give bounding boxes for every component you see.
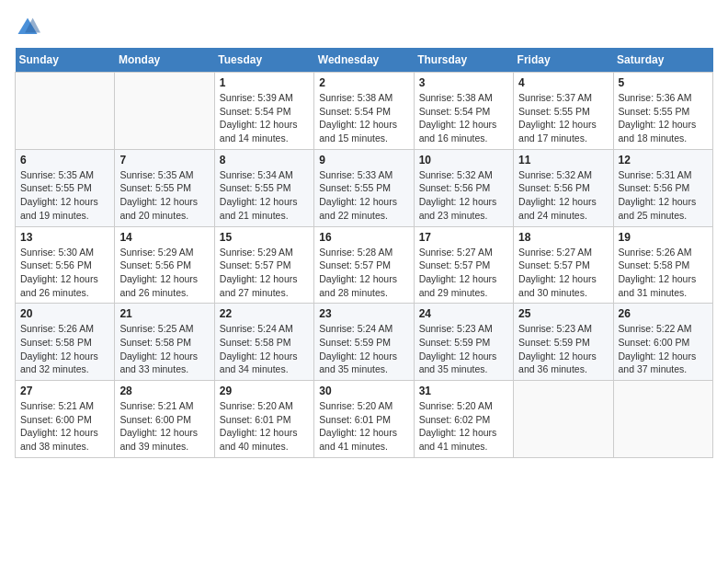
day-number: 24 <box>419 307 508 320</box>
day-info: Sunrise: 5:28 AM Sunset: 5:57 PM Dayligh… <box>319 246 408 300</box>
day-number: 6 <box>20 154 109 167</box>
day-number: 29 <box>220 385 309 397</box>
day-number: 13 <box>20 231 109 244</box>
calendar-cell <box>613 381 712 458</box>
column-header-tuesday: Tuesday <box>214 48 313 73</box>
day-number: 27 <box>20 385 109 397</box>
calendar-cell: 16Sunrise: 5:28 AM Sunset: 5:57 PM Dayli… <box>314 226 414 304</box>
day-number: 2 <box>319 76 408 89</box>
day-number: 22 <box>220 307 309 320</box>
day-info: Sunrise: 5:20 AM Sunset: 6:01 PM Dayligh… <box>220 399 309 454</box>
calendar-cell: 7Sunrise: 5:35 AM Sunset: 5:55 PM Daylig… <box>115 149 214 226</box>
day-info: Sunrise: 5:21 AM Sunset: 6:00 PM Dayligh… <box>119 399 209 454</box>
calendar-cell: 24Sunrise: 5:23 AM Sunset: 5:59 PM Dayli… <box>414 304 513 381</box>
day-number: 25 <box>518 307 608 320</box>
calendar-cell: 12Sunrise: 5:31 AM Sunset: 5:56 PM Dayli… <box>613 149 712 226</box>
calendar-week-3: 13Sunrise: 5:30 AM Sunset: 5:56 PM Dayli… <box>16 226 713 304</box>
day-number: 14 <box>119 231 209 244</box>
day-info: Sunrise: 5:35 AM Sunset: 5:55 PM Dayligh… <box>119 168 209 223</box>
column-header-wednesday: Wednesday <box>314 48 414 73</box>
day-info: Sunrise: 5:32 AM Sunset: 5:56 PM Dayligh… <box>518 168 608 223</box>
calendar-cell: 20Sunrise: 5:26 AM Sunset: 5:58 PM Dayli… <box>16 304 115 381</box>
day-number: 20 <box>20 307 109 320</box>
day-number: 12 <box>619 154 708 167</box>
day-number: 9 <box>319 154 408 167</box>
calendar-cell: 21Sunrise: 5:25 AM Sunset: 5:58 PM Dayli… <box>115 304 214 381</box>
day-number: 11 <box>518 154 608 167</box>
day-info: Sunrise: 5:27 AM Sunset: 5:57 PM Dayligh… <box>419 246 508 300</box>
day-number: 21 <box>119 307 209 320</box>
calendar-header-row: SundayMondayTuesdayWednesdayThursdayFrid… <box>16 48 713 73</box>
calendar-week-1: 1Sunrise: 5:39 AM Sunset: 5:54 PM Daylig… <box>16 73 713 150</box>
calendar-cell: 15Sunrise: 5:29 AM Sunset: 5:57 PM Dayli… <box>214 226 313 304</box>
calendar-cell: 19Sunrise: 5:26 AM Sunset: 5:58 PM Dayli… <box>613 226 712 304</box>
day-info: Sunrise: 5:27 AM Sunset: 5:57 PM Dayligh… <box>518 246 608 300</box>
calendar-cell: 8Sunrise: 5:34 AM Sunset: 5:55 PM Daylig… <box>214 149 313 226</box>
calendar-cell <box>115 73 214 150</box>
calendar-cell: 1Sunrise: 5:39 AM Sunset: 5:54 PM Daylig… <box>214 73 313 150</box>
day-info: Sunrise: 5:37 AM Sunset: 5:55 PM Dayligh… <box>518 91 608 145</box>
calendar-cell: 22Sunrise: 5:24 AM Sunset: 5:58 PM Dayli… <box>214 304 313 381</box>
calendar-cell: 2Sunrise: 5:38 AM Sunset: 5:54 PM Daylig… <box>314 73 414 150</box>
day-info: Sunrise: 5:34 AM Sunset: 5:55 PM Dayligh… <box>220 168 309 223</box>
column-header-friday: Friday <box>514 48 613 73</box>
day-info: Sunrise: 5:33 AM Sunset: 5:55 PM Dayligh… <box>319 168 408 223</box>
day-number: 17 <box>419 231 508 244</box>
calendar-cell: 11Sunrise: 5:32 AM Sunset: 5:56 PM Dayli… <box>514 149 613 226</box>
day-info: Sunrise: 5:38 AM Sunset: 5:54 PM Dayligh… <box>319 91 408 145</box>
day-number: 15 <box>220 231 309 244</box>
day-number: 18 <box>518 231 608 244</box>
day-number: 1 <box>220 76 309 89</box>
column-header-thursday: Thursday <box>414 48 513 73</box>
calendar-cell: 13Sunrise: 5:30 AM Sunset: 5:56 PM Dayli… <box>16 226 115 304</box>
day-info: Sunrise: 5:31 AM Sunset: 5:56 PM Dayligh… <box>619 168 708 223</box>
column-header-sunday: Sunday <box>16 48 115 73</box>
calendar-cell: 23Sunrise: 5:24 AM Sunset: 5:59 PM Dayli… <box>314 304 414 381</box>
day-info: Sunrise: 5:23 AM Sunset: 5:59 PM Dayligh… <box>518 322 608 376</box>
calendar-cell: 27Sunrise: 5:21 AM Sunset: 6:00 PM Dayli… <box>16 381 115 458</box>
day-info: Sunrise: 5:29 AM Sunset: 5:57 PM Dayligh… <box>220 246 309 300</box>
calendar-cell: 10Sunrise: 5:32 AM Sunset: 5:56 PM Dayli… <box>414 149 513 226</box>
calendar-week-5: 27Sunrise: 5:21 AM Sunset: 6:00 PM Dayli… <box>16 381 713 458</box>
day-info: Sunrise: 5:20 AM Sunset: 6:02 PM Dayligh… <box>419 399 508 454</box>
calendar-cell <box>514 381 613 458</box>
day-number: 23 <box>319 307 408 320</box>
calendar-cell: 17Sunrise: 5:27 AM Sunset: 5:57 PM Dayli… <box>414 226 513 304</box>
day-number: 3 <box>419 76 508 89</box>
day-number: 4 <box>518 76 608 89</box>
day-number: 7 <box>119 154 209 167</box>
day-info: Sunrise: 5:24 AM Sunset: 5:59 PM Dayligh… <box>319 322 408 376</box>
day-info: Sunrise: 5:26 AM Sunset: 5:58 PM Dayligh… <box>619 246 708 300</box>
day-number: 19 <box>619 231 708 244</box>
calendar-cell: 28Sunrise: 5:21 AM Sunset: 6:00 PM Dayli… <box>115 381 214 458</box>
day-info: Sunrise: 5:30 AM Sunset: 5:56 PM Dayligh… <box>20 246 109 300</box>
day-number: 26 <box>619 307 708 320</box>
logo-icon <box>15 15 40 40</box>
day-info: Sunrise: 5:25 AM Sunset: 5:58 PM Dayligh… <box>119 322 209 376</box>
calendar-cell: 14Sunrise: 5:29 AM Sunset: 5:56 PM Dayli… <box>115 226 214 304</box>
day-info: Sunrise: 5:35 AM Sunset: 5:55 PM Dayligh… <box>20 168 109 223</box>
day-number: 10 <box>419 154 508 167</box>
calendar-cell: 3Sunrise: 5:38 AM Sunset: 5:54 PM Daylig… <box>414 73 513 150</box>
column-header-saturday: Saturday <box>613 48 712 73</box>
day-number: 16 <box>319 231 408 244</box>
calendar-cell: 9Sunrise: 5:33 AM Sunset: 5:55 PM Daylig… <box>314 149 414 226</box>
day-info: Sunrise: 5:38 AM Sunset: 5:54 PM Dayligh… <box>419 91 508 145</box>
day-number: 8 <box>220 154 309 167</box>
page-header <box>15 15 713 40</box>
day-info: Sunrise: 5:22 AM Sunset: 6:00 PM Dayligh… <box>619 322 708 376</box>
day-info: Sunrise: 5:29 AM Sunset: 5:56 PM Dayligh… <box>119 246 209 300</box>
calendar-cell: 30Sunrise: 5:20 AM Sunset: 6:01 PM Dayli… <box>314 381 414 458</box>
calendar-cell: 18Sunrise: 5:27 AM Sunset: 5:57 PM Dayli… <box>514 226 613 304</box>
day-info: Sunrise: 5:26 AM Sunset: 5:58 PM Dayligh… <box>20 322 109 376</box>
day-number: 31 <box>419 385 508 397</box>
day-info: Sunrise: 5:24 AM Sunset: 5:58 PM Dayligh… <box>220 322 309 376</box>
day-number: 5 <box>619 76 708 89</box>
day-number: 28 <box>119 385 209 397</box>
calendar-cell: 6Sunrise: 5:35 AM Sunset: 5:55 PM Daylig… <box>16 149 115 226</box>
day-info: Sunrise: 5:20 AM Sunset: 6:01 PM Dayligh… <box>319 399 408 454</box>
calendar-week-2: 6Sunrise: 5:35 AM Sunset: 5:55 PM Daylig… <box>16 149 713 226</box>
day-info: Sunrise: 5:23 AM Sunset: 5:59 PM Dayligh… <box>419 322 508 376</box>
calendar-cell: 26Sunrise: 5:22 AM Sunset: 6:00 PM Dayli… <box>613 304 712 381</box>
calendar-cell <box>16 73 115 150</box>
